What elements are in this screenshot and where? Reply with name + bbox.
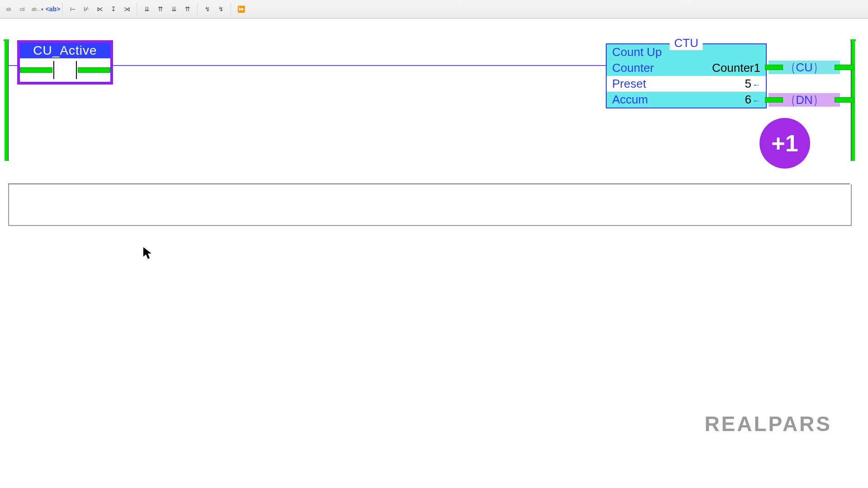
toolbar-btn-insert1[interactable]: ↧ <box>108 3 119 15</box>
ctu-instruction-block[interactable]: CTU Count Up Counter Counter1 Preset 5← … <box>606 43 767 108</box>
ctu-counter-value: Counter1 <box>712 61 760 75</box>
next-rung-outline <box>8 184 852 226</box>
ctu-row-counter[interactable]: Counter Counter1 <box>607 60 766 76</box>
ctu-accum-label: Accum <box>612 93 648 107</box>
toolbar-btn-tag[interactable]: <ab> <box>47 3 59 15</box>
coil-cu-label: CU <box>796 61 813 74</box>
toolbar: ab cd ab… ▾ <ab> ⊢ ⊬ ⋉ ↧ ⋊ ⇊ ⇈ ⇊ ⇈ ↯ ↯ ⏩ <box>0 0 868 19</box>
coil-cu[interactable]: CU <box>769 61 840 74</box>
toolbar-btn-2[interactable]: cd <box>16 3 28 15</box>
ctu-row-accum[interactable]: Accum 6← <box>607 92 766 108</box>
toolbar-btn-xic[interactable]: ⋉ <box>94 3 106 15</box>
toolbar-btn-branch[interactable]: ⊬ <box>80 3 92 15</box>
toolbar-btn-xio[interactable]: ⋊ <box>121 3 133 15</box>
toolbar-separator <box>137 3 137 15</box>
ctu-preset-value: 5 <box>745 77 751 90</box>
toolbar-btn-down2[interactable]: ⇊ <box>168 3 180 15</box>
contact-xic-cu-active[interactable]: CU_Active <box>17 40 113 84</box>
ctu-accum-value: 6 <box>745 93 751 106</box>
coil-dn-label: DN <box>796 93 813 107</box>
toolbar-btn-up1[interactable]: ⇈ <box>155 3 166 15</box>
toolbar-separator <box>231 3 231 15</box>
ladder-canvas: CU_Active CTU Count Up Counter Counter1 … <box>0 19 868 488</box>
left-power-rail <box>5 41 9 161</box>
ctu-row-preset[interactable]: Preset 5← <box>607 76 766 92</box>
watermark-logo: REALPARS <box>704 412 832 436</box>
toolbar-btn-1[interactable]: ab <box>3 3 14 15</box>
toolbar-btn-rung[interactable]: ⊢ <box>67 3 79 15</box>
toolbar-btn-down1[interactable]: ⇊ <box>141 3 153 15</box>
toolbar-btn-dropdown[interactable]: ab… ▾ <box>30 3 45 15</box>
contact-tag-label: CU_Active <box>20 43 110 58</box>
toolbar-btn-force2[interactable]: ↯ <box>215 3 227 15</box>
contact-symbol <box>20 58 110 82</box>
increment-badge: +1 <box>760 118 810 169</box>
coil-dn[interactable]: DN <box>769 93 840 107</box>
toolbar-btn-run[interactable]: ⏩ <box>235 3 247 15</box>
toolbar-separator <box>62 3 63 15</box>
ctu-type-label: Count Up <box>612 45 662 59</box>
ctu-counter-label: Counter <box>612 61 654 75</box>
ctu-preset-label: Preset <box>612 77 646 91</box>
toolbar-separator <box>197 3 198 15</box>
ctu-title: CTU <box>670 36 703 50</box>
toolbar-btn-force1[interactable]: ↯ <box>202 3 213 15</box>
toolbar-btn-up2[interactable]: ⇈ <box>182 3 193 15</box>
